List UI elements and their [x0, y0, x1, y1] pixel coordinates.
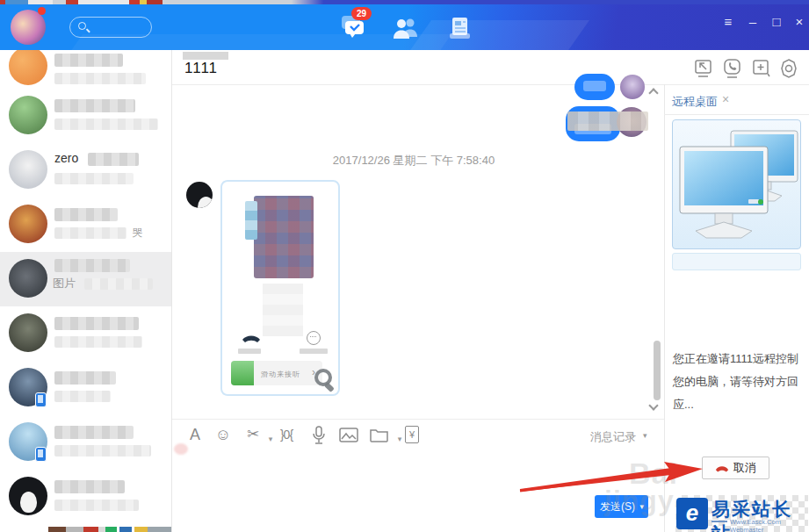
add-app-icon[interactable] — [751, 58, 772, 81]
chevron-down-icon: ▾ — [639, 502, 644, 511]
contact-avatar — [9, 150, 47, 189]
slider-label: 滑动来接听 — [261, 370, 300, 379]
chat-title: 1111 — [184, 60, 218, 77]
red-packet-icon[interactable]: ¥ — [405, 426, 419, 443]
easck-watermark: e 易采站长站 Www.Easck.Com Webmaster — [675, 495, 808, 532]
close-icon[interactable]: × — [722, 92, 729, 106]
contact-avatar — [9, 477, 47, 515]
shared-image-call-screenshot[interactable]: 滑动来接听 › — [220, 180, 340, 396]
mobile-online-badge — [35, 392, 47, 407]
remote-desktop-icon[interactable] — [693, 58, 714, 81]
redacted-blur — [238, 349, 261, 354]
minimize-button[interactable]: – — [743, 12, 762, 32]
divider — [664, 84, 665, 532]
easck-logo: e — [676, 498, 708, 529]
easck-subtitle: Www.Easck.Com Webmaster — [730, 518, 808, 532]
maximize-button[interactable]: □ — [767, 12, 786, 32]
message-preview: 图片 — [53, 276, 76, 291]
shake-window-icon[interactable]: }0{ — [276, 425, 297, 444]
qq-chat-window: 29 ≡ – □ × — [0, 0, 809, 532]
redacted-blur — [183, 52, 228, 60]
conversation-item[interactable] — [0, 415, 172, 470]
scroll-up-icon[interactable] — [648, 88, 658, 97]
menu-icon[interactable]: ≡ — [719, 12, 738, 32]
conversation-list: zero 哭 图片 — [0, 50, 172, 532]
conversation-item[interactable] — [0, 361, 172, 415]
contact-avatar — [9, 313, 47, 352]
cancel-remote-button[interactable]: 取消 — [702, 457, 769, 479]
conversation-item[interactable]: 哭 — [0, 198, 172, 252]
hangup-phone-icon — [242, 333, 261, 343]
message-reply-icon — [307, 331, 321, 345]
scrollbar-thumb[interactable] — [654, 341, 661, 400]
close-button[interactable]: × — [790, 12, 809, 32]
conversation-item[interactable]: zero — [0, 143, 172, 198]
contact-avatar — [9, 205, 47, 243]
contact-avatar — [9, 50, 47, 85]
contact-name: zero — [54, 151, 78, 165]
conversation-item[interactable] — [0, 50, 172, 94]
redacted-blur — [263, 284, 303, 336]
emoji-icon[interactable]: ☺ — [213, 425, 234, 444]
message-history-button[interactable]: 消息记录 — [590, 429, 636, 445]
contacts-icon[interactable] — [393, 16, 421, 40]
voice-call-icon[interactable] — [722, 58, 743, 81]
font-icon[interactable]: A — [184, 425, 206, 444]
baidu-watermark: Bai — [629, 457, 678, 491]
divider — [664, 114, 809, 115]
send-button[interactable]: 发送(S) ▾ — [595, 495, 648, 518]
own-avatar — [620, 75, 645, 99]
remote-status-bar — [672, 253, 801, 270]
conversation-item-selected[interactable]: 图片 — [0, 252, 172, 306]
cancel-label: 取消 — [733, 460, 756, 476]
app-header: 29 ≡ – □ × — [0, 4, 809, 50]
scroll-down-icon[interactable] — [648, 400, 658, 410]
hangup-phone-icon — [715, 464, 729, 472]
sent-message-bubble — [574, 74, 615, 100]
mobile-online-badge — [35, 447, 47, 462]
user-avatar[interactable] — [11, 10, 46, 45]
magnifier-icon[interactable] — [313, 367, 339, 393]
remote-desktop-illustration — [672, 119, 801, 249]
conversation-item[interactable] — [0, 306, 172, 361]
divider — [664, 84, 809, 85]
tab-remote-desktop[interactable]: 远程桌面 — [672, 94, 718, 110]
image-icon[interactable] — [339, 428, 358, 443]
message-timestamp: 2017/12/26 星期二 下午 7:58:40 — [172, 153, 655, 169]
divider — [172, 419, 664, 420]
news-icon[interactable] — [447, 15, 473, 41]
redacted-blur — [300, 349, 328, 354]
conversation-item[interactable] — [0, 470, 172, 524]
watermark-smudge — [174, 443, 188, 455]
redacted-blur — [245, 201, 257, 240]
chevron-down-icon[interactable]: ▾ — [643, 431, 647, 440]
contact-avatar — [9, 96, 47, 134]
gear-icon[interactable] — [778, 58, 799, 81]
message-preview: 哭 — [132, 226, 142, 241]
redacted-blur — [254, 196, 314, 278]
conversation-item[interactable] — [0, 89, 172, 143]
peer-avatar — [186, 182, 213, 208]
microphone-icon[interactable] — [310, 426, 328, 445]
answer-slider: 滑动来接听 › — [231, 361, 322, 385]
search-icon — [78, 22, 86, 30]
notification-dot — [38, 7, 46, 15]
remote-invite-status: 您正在邀请1111远程控制您的电脑，请等待对方回应... — [673, 348, 806, 416]
send-label: 发送(S) — [600, 500, 635, 514]
folder-icon[interactable] — [370, 428, 389, 442]
contact-avatar — [9, 259, 47, 298]
redacted-blur — [567, 111, 648, 131]
unread-badge: 29 — [351, 7, 372, 20]
background-taskbar-strip — [0, 527, 172, 532]
